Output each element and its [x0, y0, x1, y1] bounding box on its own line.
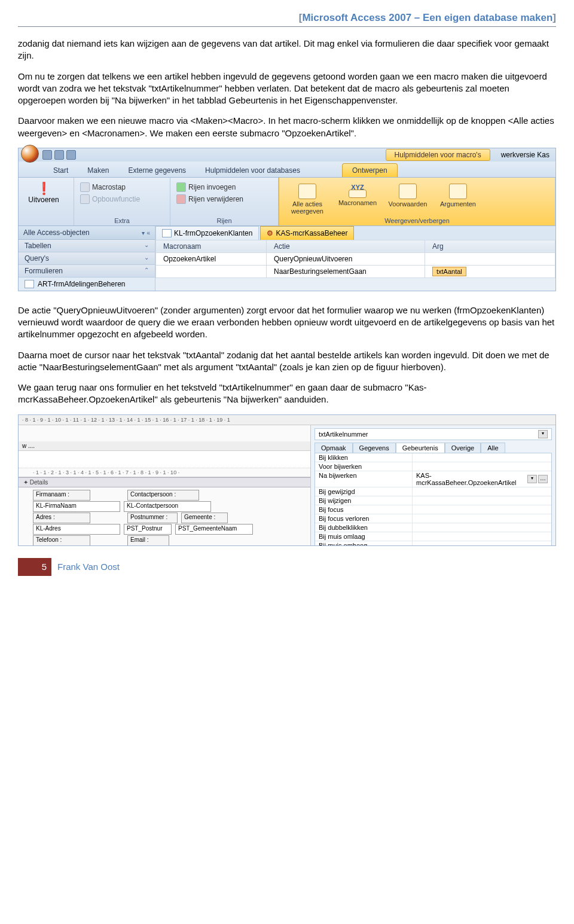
tab-maken[interactable]: Maken	[78, 164, 118, 177]
voorwaarden-icon	[399, 184, 417, 199]
document-tabs: KL-frmOpzoekenKlanten ⚙ KAS-mcrKassaBehe…	[155, 226, 555, 240]
header-title: Microsoft Access 2007 – Een eigen databa…	[302, 12, 552, 23]
field-pstpost[interactable]: PST_Postnur	[124, 524, 172, 535]
details-section-header[interactable]: ✦ Details	[19, 477, 310, 487]
ribbon-body: ❗ Uitvoeren Macrostap Opbouwfunctie Extr…	[19, 178, 555, 226]
field-kladres[interactable]: KL-Adres	[33, 524, 120, 535]
argument-value[interactable]: txtAantal	[432, 267, 466, 276]
group-weergeven: Alle acties weergeven XYZ Macronamen Voo…	[279, 178, 555, 225]
doc-tab-form[interactable]: KL-frmOpzoekenKlanten	[155, 226, 259, 240]
paragraph-6: We gaan terug naar ons formulier en het …	[18, 382, 556, 406]
macro-row[interactable]: NaarBesturingselementGaan txtAantal	[156, 265, 555, 277]
props-tab-overige[interactable]: Overige	[445, 443, 481, 453]
label-firmanaam[interactable]: Firmanaam :	[33, 490, 90, 501]
paragraph-4: De actie "QueryOpnieuwUitvoeren" (zonder…	[18, 304, 556, 341]
prop-bij-gewijzigd[interactable]: Bij gewijzigd	[315, 487, 551, 496]
ruler-top: · 8 · 1 · 9 · 1 · 10 · 1 · 11 · 1 · 12 ·…	[19, 415, 555, 425]
argumenten-icon	[449, 184, 467, 199]
argumenten-button[interactable]: Argumenten	[437, 184, 479, 215]
property-object-selector[interactable]: txtArtikelnummer ▾	[315, 428, 552, 440]
props-tab-gegevens[interactable]: Gegevens	[353, 443, 396, 453]
prop-bij-muis-omlaag[interactable]: Bij muis omlaag	[315, 532, 551, 541]
prop-voor-bijwerken[interactable]: Voor bijwerken	[315, 462, 551, 471]
dropdown-icon[interactable]: ▾	[527, 475, 537, 483]
header-rule	[18, 26, 556, 27]
form-design-screenshot: · 8 · 1 · 9 · 1 · 10 · 1 · 11 · 1 · 12 ·…	[18, 414, 556, 546]
collapse-icon[interactable]: «	[146, 230, 150, 236]
prop-bij-focus[interactable]: Bij focus	[315, 505, 551, 514]
tab-externe-gegevens[interactable]: Externe gegevens	[118, 164, 196, 177]
form-icon	[25, 280, 34, 288]
expand-icon: ⌄	[144, 254, 149, 263]
macrostap-button[interactable]: Macrostap	[80, 182, 164, 192]
props-tab-alle[interactable]: Alle	[481, 443, 505, 453]
collapse-icon: ⌃	[144, 267, 149, 275]
nav-section-querys[interactable]: Query's⌄	[19, 252, 155, 265]
ribbon-tabs: Start Maken Externe gegevens Hulpmiddele…	[19, 161, 555, 178]
dropdown-icon[interactable]: ▾	[538, 430, 548, 438]
tab-start[interactable]: Start	[44, 164, 78, 177]
group-uitvoeren: ❗ Uitvoeren	[19, 178, 74, 225]
label-contact[interactable]: Contactpersoon :	[127, 490, 199, 501]
form-icon	[162, 229, 172, 237]
access-ribbon-screenshot: Hulpmiddelen voor macro's werkversie Kas…	[18, 148, 556, 291]
paragraph-2: Om nu te zorgen dat telkens we een artik…	[18, 71, 556, 107]
prop-bij-muis-omhoog[interactable]: Bij muis omhoog	[315, 541, 551, 546]
w-section: w ....	[19, 441, 310, 451]
label-adres[interactable]: Adres :	[33, 513, 90, 523]
contextual-tab-title: Hulpmiddelen voor macro's	[386, 149, 490, 161]
page-number-box: 5	[18, 558, 51, 576]
label-gemeente[interactable]: Gemeente :	[181, 513, 228, 523]
tab-hulpmiddelen-db[interactable]: Hulpmiddelen voor databases	[196, 164, 310, 177]
nav-header[interactable]: Alle Access-objecten ▾ «	[19, 226, 155, 240]
voorwaarden-button[interactable]: Voorwaarden	[387, 184, 429, 215]
workbook-title: werkversie Kas	[501, 151, 549, 159]
window-title-bar: Hulpmiddelen voor macro's werkversie Kas	[19, 148, 555, 161]
author-name: Frank Van Oost	[57, 562, 120, 572]
col-macronaam: Macronaam	[156, 240, 267, 252]
prop-bij-klikken[interactable]: Bij klikken	[315, 453, 551, 462]
qat-undo-icon[interactable]	[54, 150, 64, 160]
macro-row[interactable]: OpzoekenArtikel QueryOpnieuwUitvoeren	[156, 252, 555, 265]
navigation-pane: Alle Access-objecten ▾ « Tabellen⌄ Query…	[19, 226, 155, 291]
prop-na-bijwerken[interactable]: Na bijwerken KAS-mcrKassaBeheer.Opzoeken…	[315, 471, 551, 487]
col-actie: Actie	[267, 240, 425, 252]
prop-bij-focus-verloren[interactable]: Bij focus verloren	[315, 514, 551, 523]
prop-bij-wijzigen[interactable]: Bij wijzigen	[315, 496, 551, 505]
group-rijen: Rijen invoegen Rijen verwijderen Rijen	[170, 178, 279, 225]
field-klcontact[interactable]: KL-Contactpersoon	[124, 501, 211, 512]
run-label: Uitvoeren	[28, 196, 59, 204]
qat-save-icon[interactable]	[42, 150, 52, 160]
office-button-icon[interactable]	[21, 145, 39, 163]
label-telefoon[interactable]: Telefoon :	[33, 535, 90, 546]
qat-redo-icon[interactable]	[66, 150, 76, 160]
prop-bij-dubbelklikken[interactable]: Bij dubbelklikken	[315, 523, 551, 532]
run-macro-icon[interactable]: ❗	[36, 181, 51, 196]
rijen-invoegen-button[interactable]: Rijen invoegen	[176, 182, 272, 192]
macronamen-button[interactable]: XYZ Macronamen	[337, 184, 378, 215]
builder-button[interactable]: …	[538, 475, 548, 483]
group-extra: Macrostap Opbouwfunctie Extra	[74, 178, 170, 225]
field-pstgem[interactable]: PST_GemeenteNaam	[175, 524, 253, 535]
doc-tab-macro[interactable]: ⚙ KAS-mcrKassaBeheer	[260, 226, 354, 240]
nav-item-form[interactable]: ART-frmAfdelingenBeheren	[19, 277, 155, 291]
page-footer: 5 Frank Van Oost	[18, 558, 556, 576]
rijen-verwijderen-button[interactable]: Rijen verwijderen	[176, 194, 272, 204]
paragraph-5: Daarna moet de cursor naar het tekstvak …	[18, 349, 556, 374]
nav-section-formulieren[interactable]: Formulieren⌃	[19, 265, 155, 277]
macro-grid: Macronaam Actie Arg OpzoekenArtikel Quer…	[155, 240, 555, 278]
page-header: [Microsoft Access 2007 – Een eigen datab…	[18, 12, 556, 24]
dropdown-icon[interactable]: ▾	[142, 230, 145, 236]
alle-acties-weergeven-button[interactable]: Alle acties weergeven	[286, 184, 328, 215]
label-email[interactable]: Email :	[127, 535, 169, 546]
label-postnr[interactable]: Postnummer :	[127, 513, 178, 523]
field-klfirma[interactable]: KL-FirmaNaam	[33, 501, 120, 512]
nav-section-tabellen[interactable]: Tabellen⌄	[19, 240, 155, 252]
property-sheet: txtArtikelnummer ▾ Opmaak Gegevens Gebeu…	[310, 415, 555, 545]
form-design-canvas: w .... · 1 · 1 · 2 · 1 · 3 · 1 · 4 · 1 ·…	[19, 415, 310, 545]
col-argument: Arg	[425, 240, 555, 252]
tab-ontwerpen[interactable]: Ontwerpen	[342, 163, 398, 177]
props-tab-opmaak[interactable]: Opmaak	[315, 443, 353, 453]
props-tab-gebeurtenis[interactable]: Gebeurtenis	[396, 443, 445, 453]
macro-icon: ⚙	[267, 229, 273, 237]
